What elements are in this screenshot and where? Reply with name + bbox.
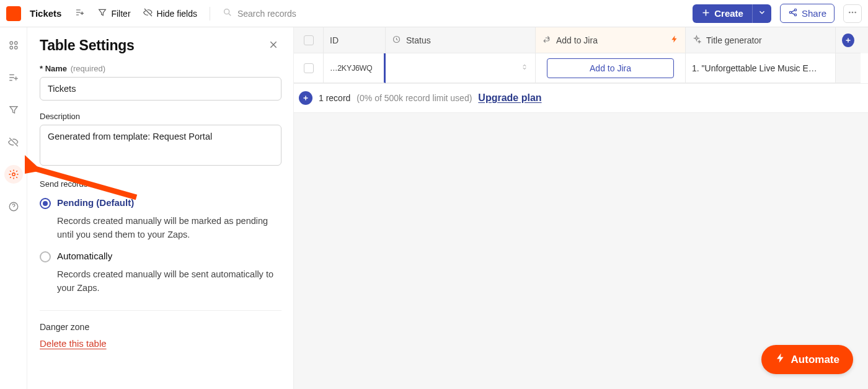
rail-filter-icon[interactable] — [4, 101, 23, 119]
delete-table-link[interactable]: Delete this table — [40, 338, 107, 349]
cell-add-to-jira: Add to Jira — [536, 53, 686, 83]
filter-label: Filter — [111, 9, 130, 19]
more-menu-button[interactable] — [843, 4, 862, 23]
top-toolbar: Tickets Filter Hide fields Search record… — [0, 0, 868, 27]
close-settings-button[interactable] — [266, 38, 281, 53]
description-field-label: Description — [40, 112, 281, 121]
record-count: 1 record — [319, 93, 350, 103]
close-icon — [268, 40, 278, 52]
rail-help-icon[interactable] — [4, 197, 23, 216]
automate-label: Automate — [791, 354, 839, 366]
settings-divider — [40, 310, 281, 311]
svg-point-6 — [854, 12, 856, 14]
add-view-button[interactable] — [70, 5, 90, 22]
radio-label: Automatically — [57, 251, 112, 261]
rail-views-icon[interactable] — [4, 36, 23, 55]
add-record-button[interactable] — [299, 91, 312, 105]
record-limit-text: (0% of 500k record limit used) — [356, 93, 472, 103]
checkbox-icon — [304, 35, 314, 45]
create-dropdown[interactable] — [752, 4, 771, 23]
plus-circle-icon — [842, 34, 854, 47]
rail-add-icon[interactable] — [4, 68, 23, 87]
cell-title-generator[interactable]: 1. "Unforgettable Live Music E… — [686, 53, 836, 83]
records-grid: ID Status Add to Jira Title generator …2… — [294, 27, 868, 389]
svg-point-4 — [849, 12, 851, 14]
more-horizontal-icon — [848, 7, 857, 19]
settings-title: Table Settings — [40, 37, 135, 54]
column-header-title-generator[interactable]: Title generator — [686, 27, 836, 53]
automate-button[interactable]: Automate — [761, 345, 853, 374]
send-records-option-auto[interactable]: Automatically — [40, 251, 281, 262]
cell-id[interactable]: …2KYJ6WQ — [324, 53, 386, 83]
svg-point-10 — [14, 47, 17, 50]
filter-button[interactable]: Filter — [92, 5, 135, 22]
radio-label: Pending (Default) — [57, 197, 134, 208]
bolt-icon — [775, 352, 786, 367]
name-field-label: * Name (required) — [40, 64, 281, 73]
send-records-option-pending[interactable]: Pending (Default) — [40, 197, 281, 209]
svg-point-9 — [10, 47, 13, 50]
description-input[interactable]: Generated from template: Request Portal — [40, 125, 281, 166]
table-row: …2KYJ6WQ Add to Jira 1. "Unforgettable L… — [294, 53, 868, 83]
add-to-jira-button[interactable]: Add to Jira — [547, 58, 674, 78]
row-select-checkbox[interactable] — [294, 53, 324, 83]
create-group: Create — [693, 4, 771, 23]
filter-icon — [97, 7, 107, 19]
search-placeholder: Search records — [237, 9, 296, 19]
radio-desc-pending: Records created manually will be marked … — [57, 214, 274, 242]
cell-status[interactable] — [386, 53, 536, 83]
share-button[interactable]: Share — [780, 4, 835, 23]
rail-hide-icon[interactable] — [4, 133, 23, 151]
svg-point-5 — [852, 12, 854, 14]
eye-off-icon — [143, 7, 153, 19]
create-label: Create — [714, 8, 743, 19]
search-icon — [223, 7, 232, 19]
upgrade-plan-link[interactable]: Upgrade plan — [478, 92, 541, 104]
search-records[interactable]: Search records — [218, 5, 301, 22]
create-button[interactable]: Create — [693, 4, 752, 23]
share-label: Share — [802, 8, 826, 19]
radio-unselected-icon — [40, 251, 51, 262]
column-header-status[interactable]: Status — [386, 27, 536, 53]
svg-point-7 — [10, 42, 13, 45]
sort-icon — [520, 63, 529, 73]
table-settings-panel: Table Settings * Name (required) Descrip… — [27, 27, 294, 389]
column-header-id[interactable]: ID — [324, 27, 386, 53]
name-input[interactable] — [40, 77, 281, 101]
brand-logo — [6, 6, 21, 21]
column-header-add-to-jira[interactable]: Add to Jira — [536, 27, 686, 53]
toolbar-divider — [210, 7, 210, 20]
hide-fields-button[interactable]: Hide fields — [138, 5, 202, 22]
hide-fields-label: Hide fields — [157, 9, 197, 19]
danger-zone-label: Danger zone — [40, 322, 281, 332]
svg-point-0 — [224, 9, 229, 14]
sparkle-icon — [692, 35, 701, 46]
add-view-icon — [75, 7, 85, 19]
send-records-label: Send records — [40, 179, 281, 189]
svg-point-8 — [14, 42, 17, 45]
radio-desc-auto: Records created manually will be sent au… — [57, 267, 274, 295]
add-column-button[interactable] — [836, 27, 861, 53]
bolt-icon — [670, 35, 679, 45]
grid-header-row: ID Status Add to Jira Title generator — [294, 27, 868, 53]
share-icon — [788, 7, 798, 19]
status-icon — [392, 35, 401, 46]
chevron-down-icon — [758, 8, 766, 19]
radio-selected-icon — [40, 198, 51, 209]
table-name: Tickets — [30, 8, 61, 19]
plus-icon — [701, 8, 711, 19]
action-icon — [542, 35, 551, 46]
grid-footer: 1 record (0% of 500k record limit used) … — [294, 83, 868, 113]
left-icon-rail — [0, 27, 27, 389]
rail-settings-icon[interactable] — [4, 165, 23, 184]
checkbox-icon — [304, 63, 314, 73]
select-all-header[interactable] — [294, 27, 324, 53]
svg-point-11 — [12, 173, 15, 176]
